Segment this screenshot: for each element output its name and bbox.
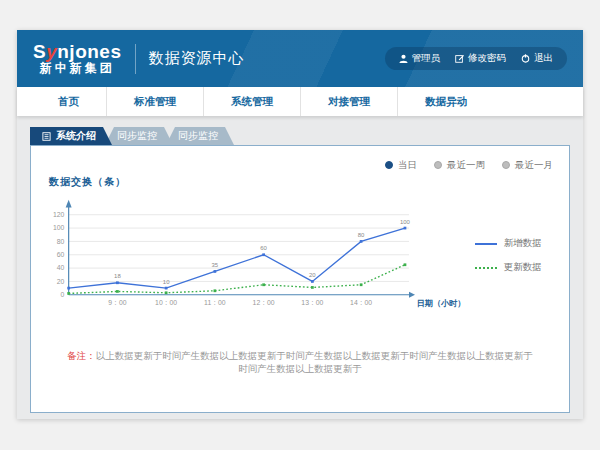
content-area: 系统介绍 同步监控 同步监控 当日 最近一周 — [17, 116, 583, 419]
power-icon — [521, 54, 530, 63]
document-icon — [42, 132, 51, 141]
svg-text:60: 60 — [57, 251, 65, 258]
footnote-prefix: 备注： — [67, 350, 96, 361]
svg-text:13：00: 13：00 — [301, 299, 323, 306]
nav-item-integration[interactable]: 对接管理 — [300, 87, 397, 116]
tab-label: 系统介绍 — [56, 129, 96, 143]
user-toolbar: 管理员 修改密码 退出 — [385, 47, 568, 70]
nav-item-standards[interactable]: 标准管理 — [106, 87, 203, 116]
svg-text:10: 10 — [163, 279, 170, 285]
nav-item-system[interactable]: 系统管理 — [203, 87, 300, 116]
svg-text:11：00: 11：00 — [204, 299, 226, 306]
svg-text:12：00: 12：00 — [253, 299, 275, 306]
svg-text:100: 100 — [53, 224, 65, 231]
legend-item-new-data: 新增数据 — [475, 237, 557, 250]
svg-text:18: 18 — [114, 273, 121, 279]
change-password-label: 修改密码 — [468, 52, 506, 65]
page-title: 数据资源中心 — [149, 49, 245, 68]
app-header: Synjones 新中新集团 数据资源中心 管理员 修改密码 — [17, 30, 583, 87]
svg-text:100: 100 — [400, 219, 411, 225]
user-name-label: 管理员 — [412, 52, 441, 65]
user-icon — [399, 54, 408, 63]
logout-button[interactable]: 退出 — [521, 52, 553, 65]
edit-icon — [455, 54, 464, 63]
header-divider — [135, 44, 136, 74]
chart-panel: 当日 最近一周 最近一月 数据交换（条） 0204060801001209：00… — [30, 145, 570, 413]
nav-item-data-change[interactable]: 数据异动 — [397, 87, 494, 116]
svg-text:120: 120 — [53, 211, 65, 218]
main-nav: 首页 标准管理 系统管理 对接管理 数据异动 — [17, 87, 583, 116]
radio-label: 最近一周 — [447, 159, 485, 172]
svg-text:60: 60 — [260, 245, 267, 251]
radio-today[interactable]: 当日 — [385, 159, 417, 172]
footnote-text: 以上数据更新于时间产生数据以上数据更新于时间产生数据以上数据更新于时间产生数据以… — [96, 350, 533, 374]
radio-dot — [434, 161, 442, 169]
tab-sync-monitor-1[interactable]: 同步监控 — [105, 127, 173, 145]
svg-text:80: 80 — [358, 232, 365, 238]
tab-system-intro[interactable]: 系统介绍 — [30, 127, 112, 145]
svg-text:9：00: 9：00 — [108, 299, 126, 306]
legend-swatch-dotted — [475, 267, 497, 269]
chart-container: 0204060801001209：0010：0011：0012：0013：001… — [43, 191, 557, 325]
legend-label: 新增数据 — [504, 237, 542, 250]
current-user[interactable]: 管理员 — [399, 52, 441, 65]
change-password-button[interactable]: 修改密码 — [455, 52, 506, 65]
svg-text:20: 20 — [309, 272, 316, 278]
tab-label: 同步监控 — [178, 129, 218, 143]
chart-legend: 新增数据 更新数据 — [475, 191, 557, 325]
svg-text:20: 20 — [57, 278, 65, 285]
footnote: 备注：以上数据更新于时间产生数据以上数据更新于时间产生数据以上数据更新于时间产生… — [43, 350, 557, 376]
svg-text:35: 35 — [212, 262, 219, 268]
legend-swatch-solid — [475, 243, 497, 245]
logo-accent-letter: y — [46, 41, 57, 62]
legend-item-updated-data: 更新数据 — [475, 261, 557, 274]
radio-last-month[interactable]: 最近一月 — [502, 159, 553, 172]
radio-last-week[interactable]: 最近一周 — [434, 159, 485, 172]
svg-text:40: 40 — [57, 264, 65, 271]
svg-text:10：00: 10：00 — [155, 299, 177, 306]
app-window: Synjones 新中新集团 数据资源中心 管理员 修改密码 — [17, 30, 583, 419]
radio-dot — [502, 161, 510, 169]
logout-label: 退出 — [534, 52, 553, 65]
svg-text:0: 0 — [61, 291, 65, 298]
svg-text:14：00: 14：00 — [350, 299, 372, 306]
tab-sync-monitor-2[interactable]: 同步监控 — [166, 127, 234, 145]
company-logo: Synjones 新中新集团 — [33, 42, 122, 75]
tab-bar: 系统介绍 同步监控 同步监控 — [30, 127, 570, 145]
radio-label: 当日 — [398, 159, 417, 172]
logo-wordmark: Synjones — [33, 42, 122, 62]
radio-label: 最近一月 — [515, 159, 553, 172]
chart-y-axis-title: 数据交换（条） — [49, 175, 557, 189]
tab-label: 同步监控 — [117, 129, 157, 143]
radio-dot-selected — [385, 161, 393, 169]
logo-letter: S — [33, 41, 46, 62]
nav-item-home[interactable]: 首页 — [31, 87, 106, 116]
time-range-filter: 当日 最近一周 最近一月 — [43, 158, 553, 172]
svg-text:日期（小时）: 日期（小时） — [417, 299, 466, 308]
logo-company-name: 新中新集团 — [33, 62, 122, 75]
line-chart: 0204060801001209：0010：0011：0012：0013：001… — [43, 191, 475, 325]
legend-label: 更新数据 — [504, 261, 542, 274]
svg-text:80: 80 — [57, 238, 65, 245]
logo-letters: njones — [57, 41, 121, 62]
